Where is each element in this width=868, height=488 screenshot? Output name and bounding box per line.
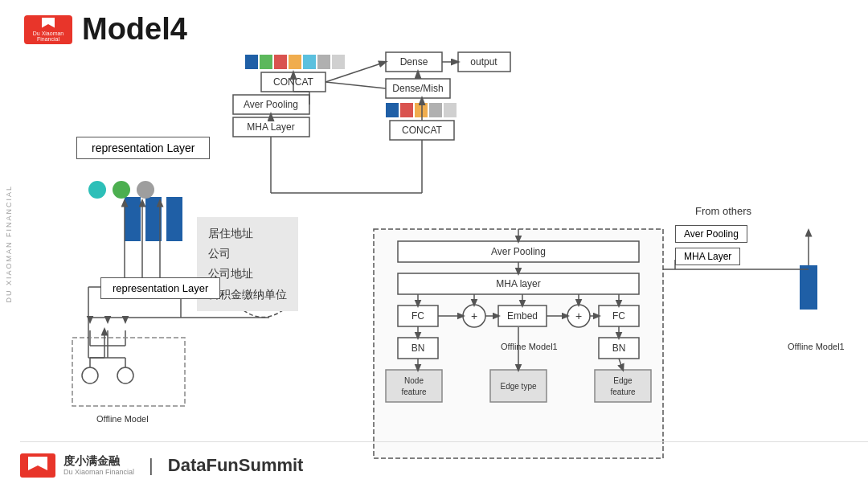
repr-layer-box-html: representation Layer: [100, 277, 220, 299]
offline-model-label: Offline Model: [96, 414, 149, 424]
svg-rect-23: [233, 95, 309, 114]
svg-text:Edge type: Edge type: [500, 382, 536, 391]
svg-rect-95: [595, 370, 651, 402]
logo-icon: [39, 18, 57, 31]
svg-text:MHA layer: MHA layer: [496, 278, 540, 289]
footer-logo-box: [20, 453, 55, 478]
svg-text:Embed: Embed: [507, 310, 538, 322]
repr-layer-box: representation Layer: [76, 137, 210, 159]
page-title: Model4: [82, 12, 187, 47]
svg-marker-114: [28, 457, 47, 470]
svg-text:BN: BN: [411, 342, 425, 354]
footer-event: DataFunSummit: [168, 455, 304, 476]
svg-line-29: [326, 82, 386, 88]
svg-rect-5: [303, 55, 316, 69]
svg-rect-2: [260, 55, 272, 69]
repr-layer-label: representation Layer: [92, 141, 194, 154]
logo-text-line1: Du Xiaoman: [33, 31, 64, 36]
svg-text:feature: feature: [401, 388, 427, 396]
svg-rect-1: [245, 55, 258, 69]
svg-rect-6: [317, 55, 330, 69]
svg-rect-16: [386, 103, 399, 117]
offline-model1-center-label: Offline Model1: [501, 342, 558, 351]
svg-rect-10: [386, 52, 442, 72]
svg-text:FC: FC: [411, 310, 424, 322]
svg-rect-3: [274, 55, 287, 69]
logo-box: Du Xiaoman Financial: [24, 15, 72, 44]
footer-brand-chinese: 度小满金融: [63, 454, 134, 468]
svg-text:BN: BN: [612, 342, 626, 354]
svg-text:CONCAT: CONCAT: [402, 125, 442, 136]
svg-rect-90: [386, 370, 442, 402]
node-circles: [88, 181, 154, 199]
svg-text:+: +: [471, 310, 477, 322]
svg-point-54: [117, 367, 133, 383]
svg-text:Aver Pooling: Aver Pooling: [244, 99, 298, 110]
svg-text:Edge: Edge: [613, 376, 633, 385]
footer: 度小满金融 Du Xiaoman Financial | DataFunSumm…: [20, 441, 868, 488]
svg-rect-17: [400, 103, 413, 117]
svg-line-27: [326, 62, 386, 82]
side-text: DU XIAOMAN FINANCIAL: [0, 0, 18, 488]
svg-text:FC: FC: [612, 310, 625, 322]
footer-logo-icon: [27, 457, 49, 474]
svg-text:Aver Pooling: Aver Pooling: [491, 246, 546, 257]
svg-rect-7: [332, 55, 345, 69]
footer-divider: |: [149, 455, 154, 476]
svg-text:feature: feature: [610, 388, 636, 396]
svg-text:Dense: Dense: [400, 56, 428, 68]
svg-text:+: +: [575, 310, 582, 322]
svg-rect-12: [458, 52, 510, 72]
offline-model1-right-label: Offline Model1: [788, 342, 845, 351]
svg-text:Dense/Mish: Dense/Mish: [392, 83, 443, 94]
svg-text:MHA Layer: MHA Layer: [247, 121, 294, 133]
svg-text:Node: Node: [404, 376, 424, 385]
svg-text:CONCAT: CONCAT: [273, 76, 313, 88]
circle-gray: [137, 181, 154, 199]
circle-teal: [88, 181, 106, 199]
svg-text:output: output: [470, 56, 497, 68]
svg-point-53: [82, 367, 98, 383]
svg-rect-8: [261, 72, 326, 92]
svg-rect-18: [415, 103, 428, 117]
header: Du Xiaoman Financial Model4: [24, 12, 852, 47]
svg-rect-21: [390, 121, 454, 140]
chinese-line-2: 公司: [208, 244, 287, 264]
svg-rect-4: [289, 55, 301, 69]
svg-marker-0: [42, 18, 55, 27]
circle-green: [113, 181, 130, 199]
svg-rect-25: [233, 117, 309, 137]
svg-rect-66: [800, 265, 817, 310]
main-content: CONCAT Dense output Dense/Mish CONCAT Av…: [20, 56, 860, 440]
svg-rect-20: [444, 103, 457, 117]
top-arch-svg: CONCAT Dense output Dense/Mish CONCAT Av…: [229, 48, 792, 197]
chinese-line-1: 居住地址: [208, 223, 287, 244]
svg-rect-19: [429, 103, 442, 117]
logo-text-line2: Financial: [37, 36, 59, 42]
footer-brand-sub: Du Xiaoman Financial: [63, 468, 134, 477]
footer-brand-group: 度小满金融 Du Xiaoman Financial: [63, 454, 134, 477]
svg-rect-14: [386, 79, 450, 98]
